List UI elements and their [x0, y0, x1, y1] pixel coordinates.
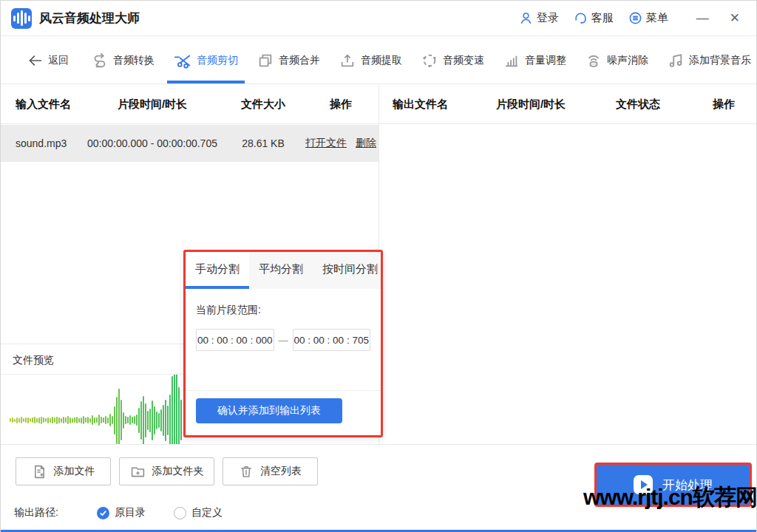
confirm-add-output-button[interactable]: 确认并添加到输出列表	[196, 398, 342, 423]
clear-list-label: 清空列表	[260, 465, 302, 478]
login-button[interactable]: 登录	[519, 11, 559, 25]
cell-segment-time: 00:00:00.000 - 00:00:00.705	[82, 137, 223, 149]
add-folder-button[interactable]: 添加文件夹	[119, 457, 214, 485]
col-actions: 操作	[304, 98, 378, 112]
toolbar-item-label: 音量调整	[525, 54, 566, 67]
noise-icon	[585, 52, 602, 69]
titlebar: 风云音频处理大师 登录 客服 菜单 — ✕	[1, 1, 756, 36]
cell-file-size: 28.61 KB	[223, 137, 304, 149]
speed-icon	[421, 52, 438, 69]
radio-custom-label: 自定义	[191, 506, 223, 519]
tab-average-split[interactable]: 平均分割	[249, 252, 313, 289]
merge-icon	[257, 52, 274, 69]
radio-unchecked-icon	[174, 507, 186, 519]
range-label: 当前片段范围:	[196, 304, 370, 317]
toolbar-item-noise-removal[interactable]: 噪声消除	[576, 37, 658, 83]
col-output-filename: 输出文件名	[379, 98, 475, 112]
app-title: 风云音频处理大师	[39, 10, 140, 27]
headset-icon	[574, 11, 588, 25]
back-label: 返回	[48, 54, 69, 67]
radio-original-label: 原目录	[115, 506, 146, 519]
app-window: 风云音频处理大师 登录 客服 菜单 — ✕	[0, 0, 757, 532]
toolbar-item-label: 噪声消除	[607, 54, 648, 67]
table-row[interactable]: sound.mp3 00:00:00.000 - 00:00:00.705 28…	[1, 125, 378, 162]
col-file-status: 文件状态	[586, 98, 690, 112]
tab-time-split[interactable]: 按时间分割	[313, 252, 387, 289]
toolbar-item-label: 音频转换	[113, 54, 155, 67]
col-segment-time: 片段时间/时长	[475, 98, 586, 112]
support-label: 客服	[591, 11, 614, 25]
toolbar-item-volume-adjust[interactable]: 音量调整	[494, 37, 576, 83]
split-panel: 手动分割 平均分割 按时间分割 当前片段范围: 00 : 00 : 00 : 0…	[183, 250, 383, 437]
watermark: www.rjtj.cn软荐网	[583, 482, 757, 513]
clear-list-button[interactable]: 清空列表	[223, 457, 318, 485]
toolbar-item-add-background-music[interactable]: 添加背景音乐	[658, 37, 757, 83]
app-logo-icon	[11, 8, 32, 29]
volume-bars-icon	[503, 52, 520, 69]
music-note-icon	[668, 52, 684, 69]
open-file-link[interactable]: 打开文件	[305, 137, 347, 150]
user-icon	[519, 11, 533, 25]
back-arrow-icon	[28, 53, 43, 68]
toolbar: 返回 音频转换 音频剪切 音频合并 音频提取	[1, 37, 756, 84]
col-actions: 操作	[690, 98, 757, 112]
radio-checked-icon	[97, 507, 109, 519]
end-time-input[interactable]: 00 : 00 : 00 : 705	[293, 329, 371, 351]
close-button[interactable]: ✕	[727, 12, 743, 24]
trash-icon	[239, 464, 254, 479]
output-path-label: 输出路径:	[14, 506, 58, 519]
support-button[interactable]: 客服	[574, 11, 614, 25]
add-file-label: 添加文件	[54, 465, 95, 478]
toolbar-item-audio-convert[interactable]: 音频转换	[82, 37, 164, 83]
convert-icon	[92, 52, 108, 69]
toolbar-item-label: 添加背景音乐	[689, 54, 751, 67]
col-input-filename: 输入文件名	[1, 98, 82, 112]
toolbar-item-label: 音频剪切	[197, 54, 238, 67]
radio-original-directory[interactable]: 原目录	[97, 506, 146, 519]
toolbar-item-label: 音频变速	[443, 54, 484, 67]
add-folder-icon	[130, 464, 146, 480]
radio-custom-path[interactable]: 自定义	[174, 506, 223, 519]
add-file-button[interactable]: 添加文件	[16, 457, 111, 485]
panel-separator	[186, 390, 381, 391]
scissors-icon	[174, 52, 191, 69]
extract-icon	[339, 52, 356, 69]
toolbar-item-label: 音频提取	[361, 54, 402, 67]
toolbar-item-label: 音频合并	[279, 54, 320, 67]
toolbar-item-audio-cut[interactable]: 音频剪切	[164, 37, 248, 83]
delete-link[interactable]: 删除	[356, 137, 376, 150]
output-table-header: 输出文件名 片段时间/时长 文件状态 操作	[379, 85, 757, 124]
input-table-header: 输入文件名 片段时间/时长 文件大小 操作	[1, 85, 378, 124]
toolbar-item-audio-speed[interactable]: 音频变速	[412, 37, 494, 83]
tab-manual-split[interactable]: 手动分割	[186, 252, 249, 289]
split-tabs: 手动分割 平均分割 按时间分割	[186, 252, 381, 289]
menu-label: 菜单	[646, 11, 668, 25]
toolbar-item-audio-extract[interactable]: 音频提取	[330, 37, 412, 83]
menu-button[interactable]: 菜单	[628, 11, 668, 25]
start-time-input[interactable]: 00 : 00 : 00 : 000	[196, 329, 274, 351]
output-path-row: 输出路径: 原目录 自定义	[14, 506, 223, 519]
back-button[interactable]: 返回	[18, 37, 82, 83]
preview-title: 文件预览	[13, 354, 54, 367]
minimize-button[interactable]: —	[693, 12, 712, 24]
col-segment-time: 片段时间/时长	[82, 98, 223, 112]
login-label: 登录	[537, 11, 559, 25]
cell-filename: sound.mp3	[1, 137, 82, 149]
range-separator: —	[279, 335, 288, 346]
menu-icon	[628, 11, 642, 25]
add-file-icon	[32, 464, 47, 480]
toolbar-item-audio-merge[interactable]: 音频合并	[248, 37, 330, 83]
col-file-size: 文件大小	[223, 98, 304, 112]
add-folder-label: 添加文件夹	[152, 465, 204, 478]
